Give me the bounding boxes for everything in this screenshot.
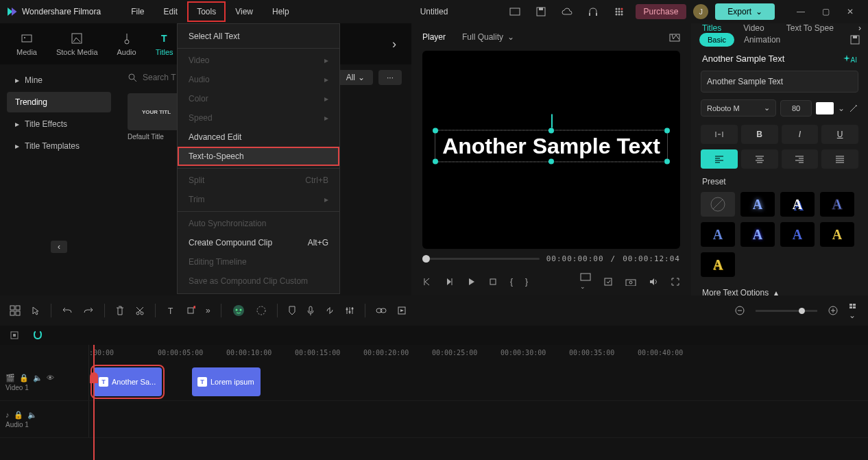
undo-button[interactable] — [62, 306, 73, 315]
menu-item-text-to-speech[interactable]: Text-to-Speech — [178, 147, 339, 166]
minimize-button[interactable]: — — [788, 2, 813, 21]
track-icon[interactable]: 🔒 — [19, 374, 29, 383]
player-canvas[interactable]: Another Sample Text — [422, 51, 680, 249]
handle-bl[interactable] — [433, 158, 438, 164]
play-button[interactable] — [466, 277, 476, 287]
color-dropdown[interactable]: ⌄ — [838, 104, 845, 113]
handle-br[interactable] — [664, 158, 670, 164]
preset-neon-blue[interactable]: A — [740, 222, 775, 247]
track-icon[interactable]: 🔈 — [33, 374, 43, 383]
handle-tr[interactable] — [664, 128, 670, 133]
maximize-button[interactable]: ▢ — [813, 2, 838, 21]
scrub-playhead[interactable] — [422, 255, 430, 263]
subtab-basic[interactable]: Basic — [699, 33, 734, 47]
handle-tm[interactable] — [548, 128, 554, 133]
zoom-slider[interactable] — [756, 310, 817, 312]
render-button[interactable] — [397, 306, 407, 315]
track-icon[interactable]: 🔒 — [14, 411, 23, 420]
align-right-button[interactable] — [782, 149, 819, 169]
text-tool-button[interactable]: T — [166, 306, 176, 315]
handle-tl[interactable] — [433, 128, 438, 133]
preset-shadow-blue[interactable]: A — [780, 192, 815, 217]
delete-button[interactable] — [115, 305, 125, 316]
effects-button[interactable] — [256, 305, 267, 316]
menu-item-advanced-edit[interactable]: Advanced Edit — [178, 128, 339, 147]
marker-button[interactable] — [288, 305, 296, 316]
more-tools-button[interactable]: » — [206, 306, 210, 315]
tabs-scroll-right[interactable]: › — [384, 23, 405, 64]
spacing-button[interactable] — [701, 125, 738, 144]
crop-button[interactable] — [186, 306, 195, 315]
stop-button[interactable] — [488, 277, 498, 287]
link-button[interactable] — [376, 306, 387, 315]
more-button[interactable]: ··· — [378, 70, 402, 85]
collapse-button[interactable]: ‹ — [51, 241, 67, 253]
timeline-clip[interactable]: TAnother Sa... — [93, 367, 162, 396]
menu-view[interactable]: View — [226, 1, 263, 22]
menu-help[interactable]: Help — [263, 1, 299, 22]
prop-tab-titles[interactable]: Titles — [691, 23, 732, 33]
purchase-button[interactable]: Purchase — [636, 4, 687, 19]
preset-none[interactable] — [701, 192, 735, 217]
italic-button[interactable]: I — [782, 125, 819, 144]
ratio-button[interactable]: ⌄ — [580, 273, 591, 291]
bold-button[interactable]: B — [741, 125, 778, 144]
preset-outline-blue[interactable]: A — [820, 192, 854, 217]
timeline-ruler[interactable]: :00:0000:00:05:0000:00:10:0000:00:15:000… — [0, 345, 868, 364]
prop-tabs-scroll[interactable]: › — [852, 23, 868, 33]
font-select[interactable]: Roboto M⌄ — [701, 99, 776, 117]
step-back-button[interactable] — [444, 277, 454, 287]
text-content-input[interactable]: Another Sample Text — [701, 71, 858, 93]
prop-tab-tts[interactable]: Text To Spee — [775, 23, 845, 33]
prev-frame-button[interactable] — [422, 277, 432, 287]
zoom-in-button[interactable] — [828, 305, 839, 316]
menu-edit[interactable]: Edit — [154, 1, 188, 22]
save-preset-button[interactable] — [850, 35, 860, 45]
device-icon[interactable] — [505, 2, 525, 21]
tab-stock[interactable]: Stock Media — [47, 32, 108, 56]
track-icon[interactable]: 👁 — [47, 374, 54, 383]
menu-tools[interactable]: Tools — [187, 1, 226, 22]
sidebar-title-templates[interactable]: ▸Title Templates — [7, 136, 111, 156]
zoom-handle[interactable] — [799, 308, 805, 314]
rotate-handle[interactable] — [551, 114, 553, 128]
handle-bm[interactable] — [548, 158, 554, 164]
menu-item-create-compound-clip[interactable]: Create Compound ClipAlt+G — [178, 233, 339, 252]
player-tab[interactable]: Player — [422, 32, 446, 42]
preset-darkblue[interactable]: A — [780, 222, 815, 247]
menu-item-select-all-text[interactable]: Select All Text — [178, 27, 339, 46]
filter-all[interactable]: All⌄ — [338, 70, 373, 85]
snapshot-button[interactable] — [669, 32, 680, 42]
playhead[interactable] — [93, 345, 95, 460]
zoom-out-button[interactable] — [734, 305, 745, 316]
cut-button[interactable] — [135, 306, 145, 315]
sidebar-trending[interactable]: Trending — [7, 92, 111, 112]
preset-gold[interactable]: A — [820, 222, 854, 247]
camera-button[interactable] — [625, 278, 636, 286]
text-selection-box[interactable]: Another Sample Text — [435, 130, 668, 162]
track-icon[interactable]: 🎬 — [5, 374, 15, 383]
track-icon[interactable]: ♪ — [5, 411, 10, 420]
auto-button[interactable] — [10, 330, 19, 340]
timeline-clip[interactable]: TLorem ipsum — [192, 367, 261, 396]
tab-media[interactable]: Media — [7, 32, 47, 56]
font-color-swatch[interactable] — [816, 102, 834, 114]
ai-button[interactable]: AI — [843, 54, 857, 64]
preset-gold-shadow[interactable]: A — [701, 252, 735, 277]
quality-button[interactable] — [603, 277, 613, 287]
layout-button[interactable] — [10, 305, 21, 316]
align-left-button[interactable] — [701, 149, 738, 169]
sidebar-mine[interactable]: ▸Mine — [7, 70, 111, 90]
menu-file[interactable]: File — [121, 1, 154, 22]
cloud-icon[interactable] — [557, 2, 577, 21]
redo-button[interactable] — [83, 306, 94, 315]
track-content[interactable]: TAnother Sa...TLorem ipsum — [89, 364, 868, 400]
volume-button[interactable] — [649, 277, 658, 287]
mark-out-button[interactable]: } — [525, 277, 528, 287]
preset-blue[interactable]: A — [701, 222, 735, 247]
player-quality[interactable]: Full Quality ⌄ — [462, 32, 514, 42]
user-avatar[interactable]: J — [693, 4, 708, 19]
tab-audio[interactable]: Audio — [108, 32, 146, 56]
mic-button[interactable] — [306, 305, 315, 316]
close-button[interactable]: ✕ — [838, 2, 863, 21]
